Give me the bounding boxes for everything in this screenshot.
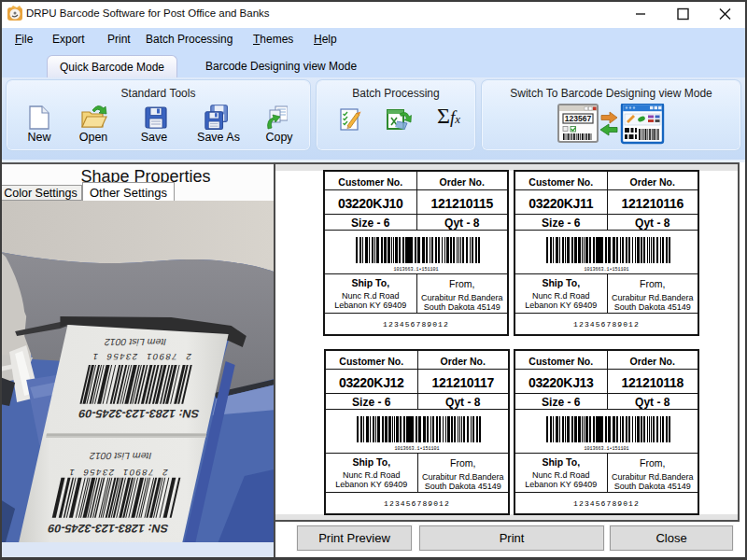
svg-text:SN: 1283-123-3245-09: SN: 1283-123-3245-09 <box>78 407 201 420</box>
svg-text:123567: 123567 <box>565 114 592 123</box>
svg-text:2 78901 23456 1: 2 78901 23456 1 <box>66 468 168 478</box>
svg-text:2 78901 23456 1: 2 78901 23456 1 <box>91 352 192 362</box>
svg-text:Item List 0012: Item List 0012 <box>103 337 167 348</box>
svg-text:SN: 1283-123-3245-09: SN: 1283-123-3245-09 <box>47 522 170 535</box>
svg-text:Item List 0012: Item List 0012 <box>88 452 152 463</box>
